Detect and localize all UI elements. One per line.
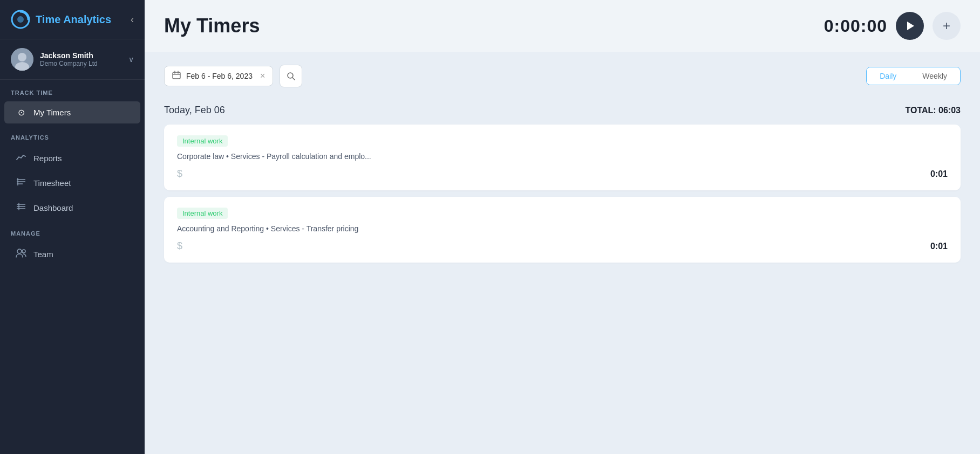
search-icon <box>287 72 295 80</box>
day-label: Today, Feb 06 <box>164 105 225 116</box>
user-chevron-icon: ∨ <box>128 55 134 64</box>
date-clear-icon[interactable]: × <box>260 71 265 81</box>
my-timers-icon: ⊙ <box>15 107 27 118</box>
app-title: Time Analytics <box>36 13 111 26</box>
entry-time-1: 0:01 <box>930 169 948 179</box>
search-button[interactable] <box>280 65 302 87</box>
play-icon <box>904 20 915 31</box>
logo-area: Time Analytics <box>11 10 111 29</box>
timer-display: 0:00:00 <box>824 16 887 36</box>
dollar-icon-1: $ <box>177 168 182 180</box>
section-analytics: ANALYTICS Reports Timesheet <box>0 125 145 221</box>
svg-point-1 <box>17 16 24 23</box>
add-button[interactable]: + <box>933 12 961 40</box>
svg-point-3 <box>18 53 26 61</box>
svg-marker-15 <box>907 22 914 30</box>
user-profile[interactable]: Jackson Smith Demo Company Ltd ∨ <box>0 39 145 80</box>
page-title: My Timers <box>164 15 260 37</box>
entry-tag-1: Internal work <box>177 135 228 147</box>
sidebar-item-timesheet[interactable]: Timesheet <box>4 171 140 195</box>
timer-entry-1[interactable]: Internal work Corporate law • Services -… <box>164 125 961 190</box>
collapse-button[interactable]: ‹ <box>128 12 136 27</box>
section-track-time: TRACK TIME ⊙ My Timers <box>0 80 145 125</box>
timesheet-icon <box>15 177 27 189</box>
sidebar-item-label: Dashboard <box>33 203 73 212</box>
play-button[interactable] <box>896 12 924 40</box>
sidebar-item-label: Timesheet <box>33 178 71 188</box>
header-right: 0:00:00 + <box>824 12 961 40</box>
day-total: TOTAL: 06:03 <box>905 106 961 115</box>
sidebar-item-label: Reports <box>33 154 62 163</box>
sidebar-item-label: My Timers <box>33 108 71 117</box>
entry-bottom-1: $ 0:01 <box>177 168 948 180</box>
main-header: My Timers 0:00:00 + <box>145 0 980 52</box>
section-label-manage: MANAGE <box>0 221 145 241</box>
dollar-icon-2: $ <box>177 240 182 252</box>
avatar <box>11 48 33 71</box>
entry-desc-1: Corporate law • Services - Payroll calcu… <box>177 152 948 161</box>
content-area: Feb 6 - Feb 6, 2023 × Daily Weekly Today… <box>145 52 980 454</box>
date-picker[interactable]: Feb 6 - Feb 6, 2023 × <box>164 66 273 86</box>
entry-tag-2: Internal work <box>177 208 228 219</box>
main-content: My Timers 0:00:00 + <box>145 0 980 454</box>
entry-desc-2: Accounting and Reporting • Services - Tr… <box>177 224 948 233</box>
sidebar: Time Analytics ‹ Jackson Smith Demo Comp… <box>0 0 145 454</box>
add-icon: + <box>943 18 950 33</box>
date-range-text: Feb 6 - Feb 6, 2023 <box>186 72 253 80</box>
daily-view-button[interactable]: Daily <box>867 67 909 85</box>
svg-point-13 <box>17 249 22 253</box>
sidebar-item-my-timers[interactable]: ⊙ My Timers <box>4 101 140 123</box>
section-label-analytics: ANALYTICS <box>0 125 145 145</box>
entry-bottom-2: $ 0:01 <box>177 240 948 252</box>
logo-icon <box>11 10 30 29</box>
toolbar: Feb 6 - Feb 6, 2023 × Daily Weekly <box>164 65 961 87</box>
user-name: Jackson Smith <box>40 51 122 60</box>
section-manage: MANAGE Team <box>0 221 145 267</box>
reports-icon <box>15 152 27 164</box>
svg-point-14 <box>22 250 25 253</box>
section-label-track-time: TRACK TIME <box>0 80 145 100</box>
toolbar-left: Feb 6 - Feb 6, 2023 × <box>164 65 302 87</box>
sidebar-item-team[interactable]: Team <box>4 242 140 266</box>
svg-rect-16 <box>173 72 180 79</box>
calendar-icon <box>172 71 181 81</box>
dashboard-icon <box>15 202 27 214</box>
sidebar-item-reports[interactable]: Reports <box>4 146 140 170</box>
sidebar-item-label: Team <box>33 250 53 259</box>
day-header: Today, Feb 06 TOTAL: 06:03 <box>164 102 961 118</box>
sidebar-item-dashboard[interactable]: Dashboard <box>4 196 140 219</box>
entry-time-2: 0:01 <box>930 242 948 251</box>
team-icon <box>15 248 27 260</box>
user-company: Demo Company Ltd <box>40 60 122 67</box>
view-toggle: Daily Weekly <box>866 67 961 85</box>
weekly-view-button[interactable]: Weekly <box>909 67 960 85</box>
timer-entry-2[interactable]: Internal work Accounting and Reporting •… <box>164 197 961 263</box>
svg-line-21 <box>292 78 295 80</box>
sidebar-header: Time Analytics ‹ <box>0 0 145 39</box>
user-info: Jackson Smith Demo Company Ltd <box>40 51 122 67</box>
